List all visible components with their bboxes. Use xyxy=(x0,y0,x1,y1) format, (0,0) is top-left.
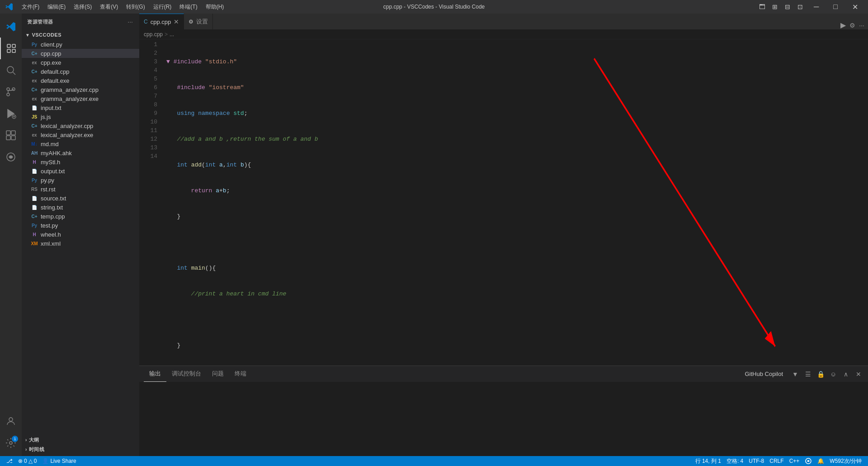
ahk-file-icon: AH xyxy=(31,149,38,157)
breadcrumb-file[interactable]: cpp.cpp xyxy=(144,31,163,38)
cpp-file-icon: C+ xyxy=(31,68,38,75)
activity-explorer[interactable] xyxy=(0,38,22,59)
menu-edit[interactable]: 编辑(E) xyxy=(44,2,69,12)
panel-close-icon[interactable]: ✕ xyxy=(854,369,863,379)
split-icon[interactable]: ⊞ xyxy=(770,2,779,11)
layout-icon[interactable]: 🗔 xyxy=(758,2,767,11)
activity-extensions[interactable] xyxy=(0,124,22,146)
file-item-string-txt[interactable]: 📄 string.txt xyxy=(22,203,139,212)
close-button[interactable]: ✕ xyxy=(847,0,863,14)
folder-label: VSCCODES xyxy=(32,32,61,38)
minimize-button[interactable]: ─ xyxy=(808,0,824,14)
menu-file[interactable]: 文件(F) xyxy=(18,2,43,12)
panel-tab-problems[interactable]: 问题 xyxy=(207,366,229,382)
file-item-source-txt[interactable]: 📄 source.txt xyxy=(22,194,139,203)
file-name: gramma_analyzer.exe xyxy=(41,95,99,102)
title-bar-menu[interactable]: 文件(F) 编辑(E) 选择(S) 查看(V) 转到(G) 运行(R) 终端(T… xyxy=(18,2,227,12)
file-item-py-py[interactable]: Py py.py xyxy=(22,176,139,185)
activity-run-debug[interactable] xyxy=(0,103,22,124)
activity-copilot[interactable] xyxy=(0,146,22,168)
indent-status[interactable]: 空格: 4 xyxy=(724,456,746,466)
menu-view[interactable]: 查看(V) xyxy=(96,2,122,12)
panel-collapse-icon[interactable]: ∧ xyxy=(841,369,851,379)
breadcrumb-more[interactable]: ... xyxy=(170,31,174,38)
notification-bell[interactable]: 🔔 xyxy=(815,456,827,466)
outline-header[interactable]: › 大纲 xyxy=(22,435,139,445)
activity-accounts[interactable] xyxy=(0,410,22,432)
file-item-default-cpp[interactable]: C+ default.cpp xyxy=(22,67,139,76)
panel-lock-icon[interactable]: 🔒 xyxy=(816,369,826,379)
outline-arrow-icon: › xyxy=(25,437,27,442)
panel-copy-icon[interactable]: ⎉ xyxy=(828,369,838,379)
file-item-gramma_analyzer-cpp[interactable]: C+ gramma_analyzer.cpp xyxy=(22,85,139,94)
file-item-default-exe[interactable]: ex default.exe xyxy=(22,76,139,85)
vsccodes-folder-header[interactable]: ▼ VSCCODES xyxy=(22,31,139,39)
panel-content xyxy=(139,382,868,456)
file-item-lexical_analyzer-exe[interactable]: ex lexical_analyzer.exe xyxy=(22,130,139,139)
panel-dropdown-icon[interactable]: ▼ xyxy=(790,369,800,379)
file-item-lexical_analyzer-cpp[interactable]: C+ lexical_analyzer.cpp xyxy=(22,121,139,130)
file-item-md-md[interactable]: M↓ md.md xyxy=(22,139,139,148)
activity-search[interactable] xyxy=(0,59,22,81)
menu-select[interactable]: 选择(S) xyxy=(70,2,95,12)
file-item-myStl-h[interactable]: H myStl.h xyxy=(22,157,139,166)
panel-icon[interactable]: ⊟ xyxy=(783,2,792,11)
language-status[interactable]: C++ xyxy=(787,456,802,466)
file-item-myAHK-ahk[interactable]: AH myAHK.ahk xyxy=(22,148,139,157)
remote-status[interactable]: ⎇ xyxy=(4,456,15,466)
txt-file-icon: 📄 xyxy=(31,167,38,175)
customize-icon[interactable]: ⊡ xyxy=(796,2,805,11)
file-name: client.py xyxy=(41,41,62,48)
wpm-status[interactable]: W592次/分钟 xyxy=(827,456,864,466)
code-lines[interactable]: ▼ #include "stdio.h" #include "iostream"… xyxy=(162,39,868,366)
file-item-xml-xml[interactable]: XM xml.xml xyxy=(22,239,139,248)
copilot-status[interactable] xyxy=(802,456,815,466)
panel-right-title: GitHub Copilot xyxy=(745,371,783,377)
file-name: default.cpp xyxy=(41,68,70,75)
status-bar-right: 行 14, 列 1 空格: 4 UTF-8 CRLF C++ 🔔 W592次/分… xyxy=(693,456,864,466)
file-item-cpp-exe[interactable]: ex cpp.exe xyxy=(22,58,139,67)
menu-run[interactable]: 运行(R) xyxy=(150,2,175,12)
run-icon[interactable]: ▶ xyxy=(840,21,846,29)
activity-settings[interactable]: 1 xyxy=(0,432,22,454)
file-item-cpp-cpp[interactable]: C+ cpp.cpp xyxy=(22,49,139,58)
tab-settings[interactable]: ⚙ 设置 xyxy=(184,14,213,29)
sidebar-header-actions[interactable]: ··· xyxy=(127,17,134,26)
code-editor[interactable]: 1 2 3 4 5 6 7 8 9 10 11 12 13 14 ▼ #incl… xyxy=(139,39,868,366)
file-item-gramma_analyzer-exe[interactable]: ex gramma_analyzer.exe xyxy=(22,94,139,103)
errors-status[interactable]: ⊗ 0 △ 0 xyxy=(15,456,39,466)
main-layout: 1 资源管理器 ··· ▼ VSCCODES Py client.py C+ c… xyxy=(0,14,868,456)
maximize-button[interactable]: □ xyxy=(828,0,843,14)
split-editor-icon[interactable]: ⚙ xyxy=(849,22,855,29)
timeline-header[interactable]: › 时间线 xyxy=(22,445,139,454)
activity-vscode-logo[interactable] xyxy=(0,16,22,38)
menu-help[interactable]: 帮助(H) xyxy=(202,2,228,12)
panel-list-icon[interactable]: ☰ xyxy=(803,369,813,379)
live-share-status[interactable]: 👤 Live Share xyxy=(39,456,79,466)
more-actions-icon[interactable]: ··· xyxy=(859,22,864,29)
file-item-client-py[interactable]: Py client.py xyxy=(22,40,139,49)
file-item-rst-rst[interactable]: RS rst.rst xyxy=(22,185,139,194)
menu-goto[interactable]: 转到(G) xyxy=(123,2,148,12)
file-item-output-txt[interactable]: 📄 output.txt xyxy=(22,166,139,176)
tab-close-cpp[interactable]: ✕ xyxy=(174,18,179,25)
live-share-icon: 👤 xyxy=(42,458,49,464)
panel-tab-debug[interactable]: 调试控制台 xyxy=(166,366,207,382)
panel-tab-output[interactable]: 输出 xyxy=(144,366,166,382)
activity-source-control[interactable] xyxy=(0,81,22,103)
title-bar-controls[interactable]: 🗔 ⊞ ⊟ ⊡ ─ □ ✕ xyxy=(758,0,863,14)
file-item-js-js[interactable]: JS js.js xyxy=(22,112,139,121)
tab-cpp[interactable]: C cpp.cpp ✕ xyxy=(139,14,184,29)
file-item-input-txt[interactable]: 📄 input.txt xyxy=(22,103,139,112)
line-ending-label: CRLF xyxy=(769,458,783,464)
vscode-logo xyxy=(5,2,14,11)
menu-terminal[interactable]: 终端(T) xyxy=(176,2,201,12)
panel-tab-terminal[interactable]: 终端 xyxy=(229,366,252,382)
file-item-wheel-h[interactable]: H wheel.h xyxy=(22,230,139,239)
sidebar-more-icon[interactable]: ··· xyxy=(127,17,134,26)
file-item-temp-cpp[interactable]: C+ temp.cpp xyxy=(22,212,139,221)
encoding-status[interactable]: UTF-8 xyxy=(746,456,767,466)
file-item-test-py[interactable]: Py test.py xyxy=(22,221,139,230)
line-ending-status[interactable]: CRLF xyxy=(767,456,786,466)
cursor-position[interactable]: 行 14, 列 1 xyxy=(693,456,724,466)
